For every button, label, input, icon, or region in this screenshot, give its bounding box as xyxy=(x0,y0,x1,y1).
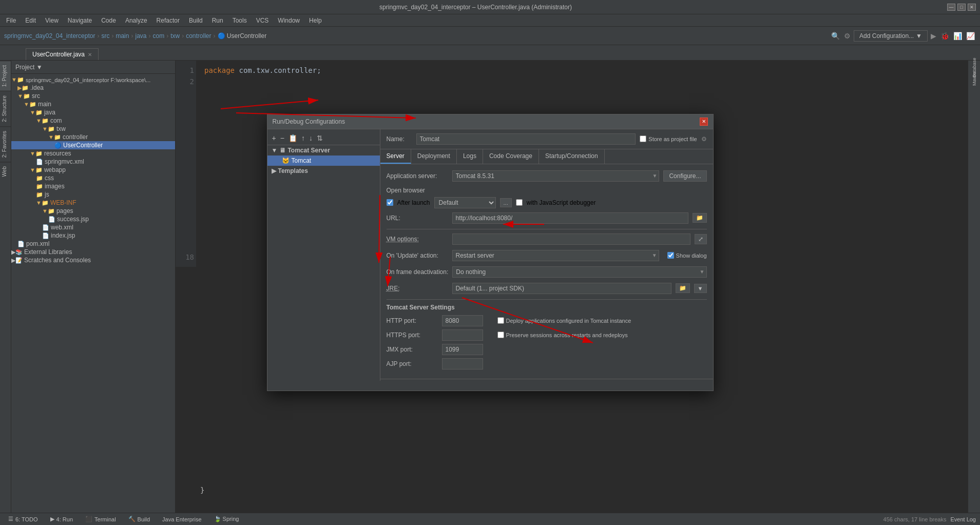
breadcrumb-main[interactable]: main xyxy=(116,32,129,40)
jmx-port-input[interactable] xyxy=(442,344,483,355)
tree-item-js[interactable]: 📁 js xyxy=(11,190,175,199)
profiler-icon[interactable]: 📈 xyxy=(965,31,976,41)
breadcrumb-src[interactable]: src xyxy=(101,32,109,40)
tree-item-txw[interactable]: ▼📁 txw xyxy=(11,125,175,133)
bottom-tab-run[interactable]: ▶ 4: Run xyxy=(46,515,77,523)
tree-item-root[interactable]: ▼📁 springmvc_day02_04_interceptor F:\wor… xyxy=(11,76,175,84)
menu-analyze[interactable]: Analyze xyxy=(121,16,151,25)
bottom-tab-terminal[interactable]: ⬛ Terminal xyxy=(81,515,120,523)
tree-item-controller[interactable]: ▼📁 controller xyxy=(11,133,175,141)
menu-window[interactable]: Window xyxy=(274,16,304,25)
bottom-tab-todo[interactable]: ☰ 6: TODO xyxy=(4,515,42,523)
url-input[interactable] xyxy=(452,212,688,224)
preserve-sessions-checkbox[interactable] xyxy=(497,332,504,338)
http-port-input[interactable] xyxy=(442,315,483,326)
menu-tools[interactable]: Tools xyxy=(228,16,251,25)
tree-item-idea[interactable]: ▶📁 .idea xyxy=(11,84,175,92)
show-dialog-checkbox[interactable] xyxy=(667,252,674,259)
right-icon-database[interactable]: Database xyxy=(969,63,979,73)
tree-item-springmvc-xml[interactable]: 📄 springmvc.xml xyxy=(11,158,175,166)
dlg-tab-code-coverage[interactable]: Code Coverage xyxy=(483,149,539,164)
bottom-tab-java-enterprise[interactable]: Java Enterprise xyxy=(158,515,205,523)
copy-config-tool-btn[interactable]: 📋 xyxy=(287,133,299,143)
https-port-input[interactable] xyxy=(442,329,483,341)
store-checkbox[interactable] xyxy=(640,135,646,142)
name-input[interactable] xyxy=(416,133,636,145)
menu-help[interactable]: Help xyxy=(305,16,326,25)
move-down-tool-btn[interactable]: ↓ xyxy=(308,133,314,143)
app-server-select[interactable]: Tomcat 8.5.31 xyxy=(452,170,660,182)
after-launch-checkbox[interactable] xyxy=(387,199,393,206)
dialog-close-button[interactable]: ✕ xyxy=(700,118,708,126)
tab-usercontroller[interactable]: UserController.java ✕ xyxy=(26,48,99,60)
vtab-favorites[interactable]: 2: Favorites xyxy=(0,126,11,162)
tree-item-usercontroller[interactable]: 🔵 UserController xyxy=(11,141,175,149)
menu-file[interactable]: File xyxy=(2,16,20,25)
tree-item-main[interactable]: ▼📁 main xyxy=(11,100,175,108)
breadcrumb-controller[interactable]: controller xyxy=(186,32,211,40)
tab-close-icon[interactable]: ✕ xyxy=(88,52,92,57)
add-config-tool-btn[interactable]: + xyxy=(271,133,278,143)
menu-edit[interactable]: Edit xyxy=(21,16,40,25)
move-up-tool-btn[interactable]: ↑ xyxy=(300,133,306,143)
tree-item-css[interactable]: 📁 css xyxy=(11,174,175,182)
jre-browse-button[interactable]: 📁 xyxy=(676,283,690,293)
url-browse-button[interactable]: 📁 xyxy=(693,213,707,223)
tree-item-java[interactable]: ▼📁 java xyxy=(11,108,175,116)
vm-expand-button[interactable]: ⤢ xyxy=(695,234,707,244)
dlg-tab-deployment[interactable]: Deployment xyxy=(411,149,457,164)
tree-item-pages[interactable]: ▼📁 pages xyxy=(11,207,175,215)
close-button[interactable]: ✕ xyxy=(968,4,976,11)
minimize-button[interactable]: — xyxy=(947,4,955,11)
js-debugger-checkbox[interactable] xyxy=(516,199,523,206)
debug-icon[interactable]: 🐞 xyxy=(939,31,950,41)
menu-view[interactable]: View xyxy=(41,16,63,25)
on-update-select[interactable]: Restart server xyxy=(452,250,659,261)
jre-input[interactable] xyxy=(452,283,671,294)
vtab-web[interactable]: Web xyxy=(0,162,11,181)
event-log[interactable]: Event Log xyxy=(950,516,976,522)
settings-icon-dialog[interactable]: ⚙ xyxy=(701,135,707,143)
menu-navigate[interactable]: Navigate xyxy=(64,16,96,25)
breadcrumb-txw[interactable]: txw xyxy=(170,32,180,40)
run-icon[interactable]: ▶ xyxy=(930,31,937,41)
breadcrumb-project[interactable]: springmvc_day02_04_interceptor xyxy=(4,32,95,40)
ajp-port-input[interactable] xyxy=(442,358,483,370)
tree-item-src[interactable]: ▼📁 src xyxy=(11,92,175,100)
on-frame-select[interactable]: Do nothing xyxy=(452,266,706,278)
tree-item-index-jsp[interactable]: 📄 index.jsp xyxy=(11,231,175,240)
breadcrumb-java[interactable]: java xyxy=(135,32,146,40)
coverage-icon[interactable]: 📊 xyxy=(952,31,963,41)
browser-browse-button[interactable]: ... xyxy=(500,198,512,207)
dlg-tab-server[interactable]: Server xyxy=(380,149,411,164)
breadcrumb-com[interactable]: com xyxy=(152,32,164,40)
menu-code[interactable]: Code xyxy=(97,16,120,25)
menu-refactor[interactable]: Refactor xyxy=(152,16,184,25)
tree-item-pom-xml[interactable]: 📄 pom.xml xyxy=(11,240,175,248)
dlg-tree-tomcat-server[interactable]: ▼ 🖥 Tomcat Server xyxy=(267,145,380,155)
sort-tool-btn[interactable]: ⇅ xyxy=(315,133,324,143)
tree-item-webinf[interactable]: ▼📁 WEB-INF xyxy=(11,199,175,207)
menu-vcs[interactable]: VCS xyxy=(252,16,273,25)
bottom-tab-spring[interactable]: 🍃 Spring xyxy=(210,515,243,523)
jre-dropdown-button[interactable]: ▼ xyxy=(694,284,707,293)
search-icon[interactable]: 🔍 xyxy=(830,31,841,41)
browser-select[interactable]: Default xyxy=(434,197,496,208)
restore-button[interactable]: □ xyxy=(957,4,966,11)
remove-config-tool-btn[interactable]: − xyxy=(279,133,286,143)
menu-run[interactable]: Run xyxy=(208,16,227,25)
right-icon-maven[interactable]: Maven xyxy=(969,74,979,84)
tree-item-resources[interactable]: ▼📁 resources xyxy=(11,149,175,158)
configure-button[interactable]: Configure... xyxy=(663,170,706,182)
add-configuration-button[interactable]: Add Configuration... ▼ xyxy=(854,30,928,42)
breadcrumb-file[interactable]: 🔵 UserController xyxy=(218,32,267,40)
dlg-tab-logs[interactable]: Logs xyxy=(457,149,483,164)
bottom-tab-build[interactable]: 🔨 Build xyxy=(124,515,154,523)
dlg-tab-startup[interactable]: Startup/Connection xyxy=(539,149,605,164)
tree-item-com[interactable]: ▼📁 com xyxy=(11,116,175,125)
tree-item-web-xml[interactable]: 📄 web.xml xyxy=(11,223,175,231)
settings-icon[interactable]: ⚙ xyxy=(843,31,852,41)
dlg-tree-tomcat[interactable]: 🐱 Tomcat xyxy=(267,155,380,166)
vm-options-input[interactable] xyxy=(452,234,690,245)
deploy-tomcat-checkbox[interactable] xyxy=(497,317,504,324)
